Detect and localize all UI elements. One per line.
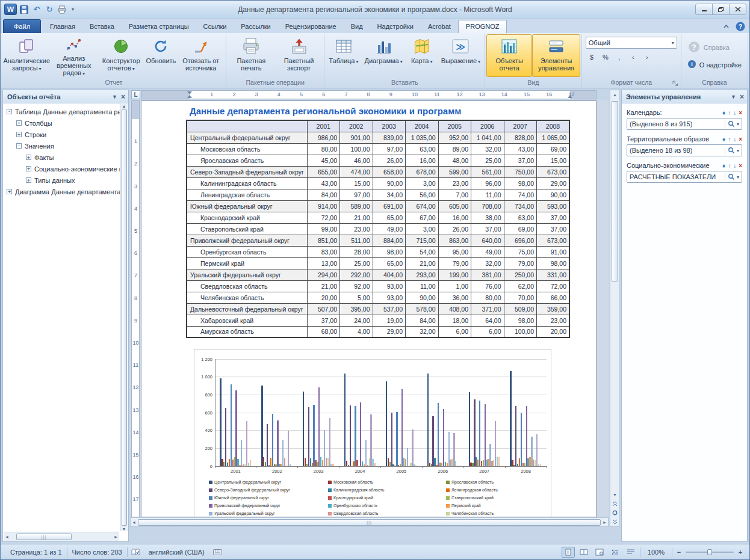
web-layout-view-button[interactable] xyxy=(593,547,606,558)
ribbon-tab-3[interactable]: Разметка страницы xyxy=(122,20,196,33)
refresh-button[interactable]: Обновить xyxy=(144,34,177,77)
zoom-slider[interactable] xyxy=(686,552,734,553)
batch-print-button[interactable]: Пакетная печать xyxy=(228,34,275,77)
ribbon-tab-4[interactable]: Ссылки xyxy=(196,20,234,33)
zoom-level[interactable]: 100% xyxy=(643,549,669,556)
select-browse-object-button[interactable] xyxy=(610,508,619,517)
document-page[interactable]: Данные департамента региональной экономи… xyxy=(141,100,597,517)
remove-icon[interactable]: × xyxy=(739,136,742,143)
diamond-icon[interactable]: ♦ xyxy=(722,136,725,143)
remove-icon[interactable]: × xyxy=(739,109,742,116)
control-combobox[interactable]: (Выделено 18 из 98)▾ xyxy=(627,144,742,156)
word-count[interactable]: Число слов: 203 xyxy=(67,549,127,556)
word-logo-icon[interactable]: W xyxy=(4,4,17,15)
scroll-up-icon[interactable]: ▲ xyxy=(610,90,619,99)
controls-button[interactable]: Элементы управления xyxy=(532,34,580,77)
close-button[interactable] xyxy=(729,4,746,15)
next-page-button[interactable] xyxy=(610,517,619,526)
document-v-scrollbar[interactable]: ▲ ▼ xyxy=(610,90,620,527)
batch-export-button[interactable]: Пакетный экспорт xyxy=(275,34,323,77)
ribbon-tab-7[interactable]: Вид xyxy=(344,20,370,33)
table-button[interactable]: Таблица▾ xyxy=(326,34,361,77)
tree-item[interactable]: +Диаграмма Данные департамента р xyxy=(3,186,128,197)
scroll-right-icon[interactable]: ► xyxy=(603,520,607,525)
panel-menu-icon[interactable]: ▼ xyxy=(112,94,117,100)
tree-item[interactable]: +Столбцы xyxy=(3,117,128,129)
move-up-icon[interactable]: ↑ xyxy=(728,109,731,116)
chevron-down-icon[interactable]: ▾ xyxy=(737,122,739,127)
unlink-button[interactable]: Отвязать от источника xyxy=(177,34,224,77)
map-button[interactable]: Карта▾ xyxy=(406,34,438,77)
scroll-left-icon[interactable]: ◄ xyxy=(132,520,136,525)
expand-icon[interactable]: + xyxy=(26,177,31,183)
zoom-out-button[interactable]: − xyxy=(675,549,683,556)
panel-menu-icon[interactable]: ▼ xyxy=(731,94,736,100)
search-icon[interactable] xyxy=(728,173,735,180)
chart-object[interactable]: 02004006008001 0001 20020012002200320042… xyxy=(194,349,551,517)
chart-button[interactable]: Диаграмма▾ xyxy=(362,34,406,77)
h-scroll-thumb[interactable]: ||| xyxy=(138,519,601,526)
print-preview-button[interactable] xyxy=(57,4,67,15)
ribbon-tab-1[interactable]: Главная xyxy=(43,20,82,33)
ribbon-tab-6[interactable]: Рецензирование xyxy=(278,20,344,33)
tree-item[interactable]: -Значения xyxy=(3,140,128,152)
help-button[interactable]: ?Справка xyxy=(685,40,732,55)
ribbon-tab-9[interactable]: Acrobat xyxy=(421,20,458,33)
zoom-in-button[interactable]: + xyxy=(736,549,745,556)
search-icon[interactable] xyxy=(728,120,735,128)
control-combobox[interactable]: (Выделено 8 из 915)▾ xyxy=(627,118,742,130)
ribbon-tab-5[interactable]: Рассылки xyxy=(234,20,277,33)
language-indicator[interactable]: английский (США) xyxy=(144,549,209,556)
scroll-down-icon[interactable]: ▼ xyxy=(610,490,619,499)
number-format-select[interactable]: Общий ▾ xyxy=(586,37,677,49)
chevron-down-icon[interactable]: ▾ xyxy=(737,174,739,180)
move-down-icon[interactable]: ↓ xyxy=(733,162,736,169)
ribbon-tab-0[interactable]: Файл xyxy=(3,19,41,33)
tree-item[interactable]: +Социально-экономические по xyxy=(3,163,128,174)
analytical-queries-button[interactable]: Аналитические запросы▾ xyxy=(3,34,50,77)
print-layout-view-button[interactable] xyxy=(562,547,575,558)
qat-customize-button[interactable]: ▾ xyxy=(69,4,76,15)
keyboard-layout-icon[interactable] xyxy=(209,549,226,556)
tree-item[interactable]: +Строки xyxy=(3,129,128,140)
diamond-icon[interactable]: ♦ xyxy=(722,109,725,116)
search-icon[interactable] xyxy=(728,147,735,154)
diamond-icon[interactable]: ♦ xyxy=(722,162,725,169)
tree-h-scrollbar[interactable]: ◄|||► xyxy=(4,532,119,541)
outline-view-button[interactable] xyxy=(609,547,622,558)
ribbon-tab-2[interactable]: Вставка xyxy=(82,20,122,33)
minimize-ribbon-button[interactable] xyxy=(721,21,731,31)
data-table[interactable]: 20012002200320042005200620072008Централь… xyxy=(186,120,570,338)
collapse-icon[interactable]: - xyxy=(16,143,22,149)
ribbon-tab-10[interactable]: PROGNOZ xyxy=(458,20,507,33)
page-indicator[interactable]: Страница: 1 из 1 xyxy=(5,549,67,556)
move-down-icon[interactable]: ↓ xyxy=(733,136,736,143)
report-designer-button[interactable]: Конструктор отчетов▾ xyxy=(98,34,144,77)
previous-page-button[interactable] xyxy=(610,499,619,508)
v-scroll-thumb[interactable] xyxy=(612,101,618,282)
vertical-ruler[interactable]: 123456789101112131415161718 xyxy=(131,100,140,517)
left-indent-marker[interactable] xyxy=(187,95,192,98)
draft-view-button[interactable] xyxy=(624,547,637,558)
chevron-down-icon[interactable]: ▾ xyxy=(737,148,739,153)
thousands-separator-button[interactable]: , xyxy=(613,52,625,63)
zoom-slider-thumb[interactable] xyxy=(707,549,712,555)
tab-stop-selector[interactable]: L xyxy=(131,90,140,99)
expand-icon[interactable]: + xyxy=(26,166,31,171)
percent-button[interactable]: % xyxy=(600,52,612,63)
move-down-icon[interactable]: ↓ xyxy=(733,109,736,116)
remove-icon[interactable]: × xyxy=(739,162,742,169)
control-combobox[interactable]: РАСЧЕТНЫЕ ПОКАЗАТЕЛИ▾ xyxy=(627,171,742,183)
expand-icon[interactable]: + xyxy=(26,155,31,160)
decrease-decimal-button[interactable]: ‹ xyxy=(627,52,639,63)
minimize-button[interactable] xyxy=(695,4,713,15)
collapse-icon[interactable]: - xyxy=(7,109,12,114)
save-button[interactable] xyxy=(19,4,29,15)
currency-button[interactable]: $ xyxy=(586,52,598,63)
move-up-icon[interactable]: ↑ xyxy=(728,136,731,143)
panel-close-icon[interactable]: × xyxy=(121,94,125,100)
tree-v-scrollbar[interactable]: ▲▼ xyxy=(120,104,128,531)
tree-item[interactable]: +Типы данных xyxy=(3,174,128,186)
restore-button[interactable] xyxy=(712,4,730,15)
first-line-indent-marker[interactable] xyxy=(187,91,192,94)
